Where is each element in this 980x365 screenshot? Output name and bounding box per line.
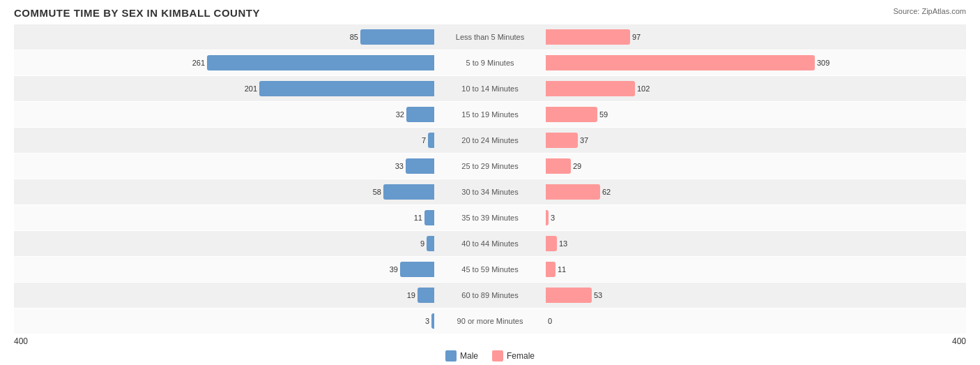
val-male: 261 — [192, 59, 205, 67]
bar-female — [546, 81, 635, 96]
val-male: 11 — [414, 214, 422, 222]
legend-female: Female — [492, 350, 535, 362]
axis-left-label: 400 — [14, 336, 28, 346]
val-female: 102 — [637, 84, 650, 93]
bar-male — [418, 288, 434, 303]
bar-row: 11 35 to 39 Minutes 3 — [14, 205, 966, 230]
chart-title: COMMUTE TIME BY SEX IN KIMBALL COUNTY — [14, 7, 966, 19]
right-section: 13 — [490, 231, 966, 256]
axis-labels: 400 400 — [14, 336, 966, 346]
bar-row: 201 10 to 14 Minutes 102 — [14, 76, 966, 101]
bar-male — [207, 55, 434, 70]
right-section: 11 — [490, 257, 966, 282]
bar-row: 7 20 to 24 Minutes 37 — [14, 128, 966, 153]
val-female: 11 — [558, 265, 566, 274]
axis-right-label: 400 — [952, 336, 966, 346]
val-male: 32 — [396, 110, 404, 119]
val-female: 53 — [594, 291, 602, 299]
bar-female — [546, 236, 557, 251]
val-female: 3 — [551, 214, 555, 222]
val-female: 97 — [632, 33, 641, 41]
left-section: 7 — [14, 128, 490, 153]
bar-female — [546, 158, 571, 174]
right-section: 62 — [490, 179, 966, 204]
left-section: 32 — [14, 102, 490, 127]
legend-male: Male — [445, 350, 478, 362]
left-section: 3 — [14, 308, 490, 334]
bar-male — [424, 210, 434, 225]
bar-female — [546, 184, 600, 200]
val-male: 33 — [395, 162, 404, 170]
bar-row: 261 5 to 9 Minutes 309 — [14, 50, 966, 75]
right-section: 0 — [490, 308, 966, 334]
bar-female — [546, 288, 592, 303]
bar-male — [427, 236, 434, 251]
left-section: 9 — [14, 231, 490, 256]
bar-row: 33 25 to 29 Minutes 29 — [14, 154, 966, 179]
val-male: 19 — [407, 291, 415, 299]
bar-row: 85 Less than 5 Minutes 97 — [14, 24, 966, 50]
legend-female-label: Female — [507, 351, 535, 361]
bar-male — [400, 262, 434, 277]
bar-female — [546, 133, 578, 148]
left-section: 19 — [14, 283, 490, 308]
val-female: 59 — [599, 110, 608, 119]
bar-female — [546, 107, 597, 122]
left-section: 201 — [14, 76, 490, 101]
bar-row: 32 15 to 19 Minutes 59 — [14, 102, 966, 127]
bar-male — [406, 107, 434, 122]
source-text: Source: ZipAtlas.com — [893, 7, 966, 15]
right-section: 53 — [490, 283, 966, 308]
bar-female — [546, 210, 549, 225]
bar-male — [431, 313, 434, 329]
right-section: 29 — [490, 154, 966, 179]
right-section: 102 — [490, 76, 966, 101]
left-section: 58 — [14, 179, 490, 204]
bar-female — [546, 29, 630, 45]
val-male: 58 — [373, 188, 381, 196]
val-male: 9 — [420, 239, 424, 248]
left-section: 11 — [14, 205, 490, 230]
bar-row: 58 30 to 34 Minutes 62 — [14, 179, 966, 204]
right-section: 3 — [490, 205, 966, 230]
val-female: 0 — [548, 317, 552, 325]
bar-male — [383, 184, 434, 200]
legend-male-label: Male — [460, 351, 478, 361]
bar-female — [546, 262, 556, 277]
val-male: 201 — [245, 84, 257, 93]
val-male: 39 — [390, 265, 398, 274]
right-section: 309 — [490, 50, 966, 75]
bar-row: 39 45 to 59 Minutes 11 — [14, 257, 966, 282]
left-section: 33 — [14, 154, 490, 179]
bar-row: 3 90 or more Minutes 0 — [14, 308, 966, 334]
bar-male — [428, 133, 434, 148]
val-male: 85 — [350, 33, 358, 41]
val-female: 62 — [602, 188, 611, 196]
val-female: 309 — [817, 59, 829, 67]
left-section: 261 — [14, 50, 490, 75]
bars-area: 85 Less than 5 Minutes 97 261 5 to 9 Min… — [14, 24, 966, 334]
val-female: 37 — [580, 136, 588, 144]
val-female: 13 — [559, 239, 567, 248]
val-male: 3 — [425, 317, 429, 325]
right-section: 59 — [490, 102, 966, 127]
legend: Male Female — [14, 350, 966, 362]
left-section: 85 — [14, 24, 490, 50]
left-section: 39 — [14, 257, 490, 282]
bar-female — [546, 55, 815, 70]
bar-male — [406, 158, 434, 174]
right-section: 97 — [490, 24, 966, 50]
legend-female-box — [492, 350, 503, 362]
bar-male — [360, 29, 434, 45]
legend-male-box — [445, 350, 457, 362]
val-male: 7 — [422, 136, 426, 144]
chart-container: COMMUTE TIME BY SEX IN KIMBALL COUNTY So… — [0, 0, 980, 365]
bar-row: 9 40 to 44 Minutes 13 — [14, 231, 966, 256]
bar-row: 19 60 to 89 Minutes 53 — [14, 283, 966, 308]
val-female: 29 — [573, 162, 581, 170]
right-section: 37 — [490, 128, 966, 153]
bar-male — [259, 81, 434, 96]
